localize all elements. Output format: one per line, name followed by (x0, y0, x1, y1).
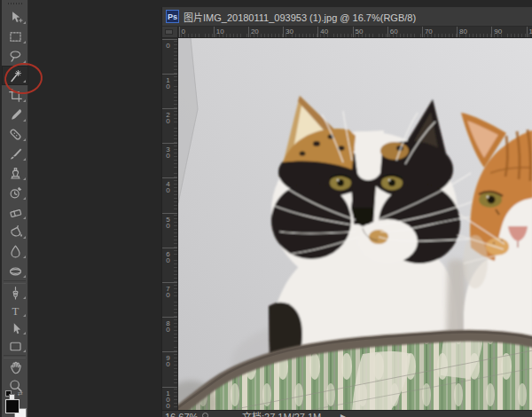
eyedropper-tool[interactable] (2, 105, 28, 124)
lasso-tool[interactable] (2, 46, 28, 66)
brush-icon (8, 146, 23, 161)
status-flyout-arrow-icon[interactable]: ▶ (340, 412, 348, 417)
clone-stamp-tool[interactable] (2, 163, 28, 183)
ruler-h-label: 70 (422, 28, 433, 35)
lasso-icon (8, 49, 23, 64)
eraser-icon (8, 205, 23, 220)
ruler-h-label: 0 (179, 28, 185, 35)
ps-file-badge: Ps (166, 10, 179, 23)
ruler-vertical[interactable]: 0102030405060708090100 (162, 38, 178, 410)
swap-colors-icon[interactable]: ⇄ (18, 390, 23, 397)
ruler-v-label: 0 (164, 39, 171, 48)
canvas-photo-two-cats (178, 38, 532, 410)
canvas-area[interactable] (178, 38, 532, 410)
ruler-v-label: 10 (164, 74, 171, 89)
hand-tool[interactable] (2, 358, 28, 376)
ruler-v-label: 70 (164, 282, 171, 297)
healing-brush-icon (8, 127, 23, 142)
ruler-h-label: 20 (248, 28, 259, 35)
color-swatches: ⇄ (2, 389, 28, 417)
type-tool-icon: T (8, 303, 23, 319)
ruler-v-label: 90 (164, 351, 171, 366)
rectangular-marquee-tool[interactable] (2, 27, 28, 46)
ruler-h-label: 10 (214, 28, 224, 35)
ruler-v-label: 60 (164, 248, 171, 263)
move-icon (8, 10, 23, 25)
hand-icon (8, 360, 23, 375)
ruler-h-label: 40 (317, 28, 328, 35)
status-bar: 16.67% 文档:27.1M/27.1M ▶ (162, 410, 532, 417)
ruler-h-label: 60 (387, 28, 398, 35)
type-tool[interactable]: T (2, 302, 28, 319)
clone-stamp-icon (8, 166, 23, 181)
ruler-h-label: 100 (527, 28, 532, 35)
ruler-h-label: 30 (283, 28, 293, 35)
status-doc-info[interactable]: 文档:27.1M/27.1M (242, 412, 321, 417)
ruler-horizontal[interactable]: 0102030405060708090100 (178, 27, 532, 38)
ruler-origin[interactable] (162, 27, 178, 38)
ruler-v-label: 50 (164, 213, 171, 228)
sponge-tool[interactable] (2, 261, 28, 280)
ruler-h-label: 50 (353, 28, 364, 35)
svg-text:T: T (12, 304, 19, 317)
rectangle-icon (8, 339, 23, 354)
document-titlebar[interactable]: Ps 图片IMG_20180111_093953 (1).jpg @ 16.7%… (162, 7, 532, 27)
history-brush-tool[interactable] (2, 183, 28, 202)
rectangle-shape-tool[interactable] (2, 337, 28, 355)
blur-drop-icon (8, 244, 23, 259)
ruler-v-label: 80 (164, 317, 171, 332)
history-brush-icon (8, 185, 23, 201)
pen-icon (8, 286, 23, 301)
eyedropper-icon (8, 107, 23, 122)
ruler-h-label: 90 (491, 28, 502, 35)
sponge-icon (8, 264, 23, 279)
blur-tool[interactable] (2, 241, 28, 261)
status-circle-icon (202, 413, 208, 417)
crop-tool[interactable] (2, 85, 28, 105)
pen-tool[interactable] (2, 284, 28, 302)
move-tool[interactable] (2, 7, 28, 27)
paint-bucket-icon (8, 224, 23, 240)
document-title: 图片IMG_20180111_093953 (1).jpg @ 16.7%(RG… (184, 10, 416, 24)
ruler-v-label: 30 (164, 143, 171, 158)
path-selection-tool[interactable] (2, 319, 28, 337)
photoshop-app: T ⇄ (0, 0, 532, 417)
panel-grip[interactable] (2, 0, 27, 7)
selection-arrow-icon (8, 321, 23, 336)
magic-wand-icon (8, 68, 23, 83)
paint-bucket-tool[interactable] (2, 222, 28, 241)
status-zoom-field[interactable]: 16.67% (165, 412, 198, 417)
marquee-icon (8, 29, 23, 44)
eraser-tool[interactable] (2, 202, 28, 222)
brush-tool[interactable] (2, 144, 28, 163)
crop-icon (8, 88, 23, 103)
foreground-color-swatch[interactable] (5, 399, 20, 413)
ruler-h-label: 80 (457, 28, 467, 35)
magic-wand-tool[interactable] (2, 66, 28, 85)
ruler-v-label: 20 (164, 108, 171, 123)
tools-panel: T ⇄ (2, 0, 28, 417)
document-window: Ps 图片IMG_20180111_093953 (1).jpg @ 16.7%… (161, 7, 532, 417)
ruler-v-label: 100 (164, 387, 171, 408)
ruler-v-label: 40 (164, 177, 171, 193)
spot-healing-brush-tool[interactable] (2, 124, 28, 144)
